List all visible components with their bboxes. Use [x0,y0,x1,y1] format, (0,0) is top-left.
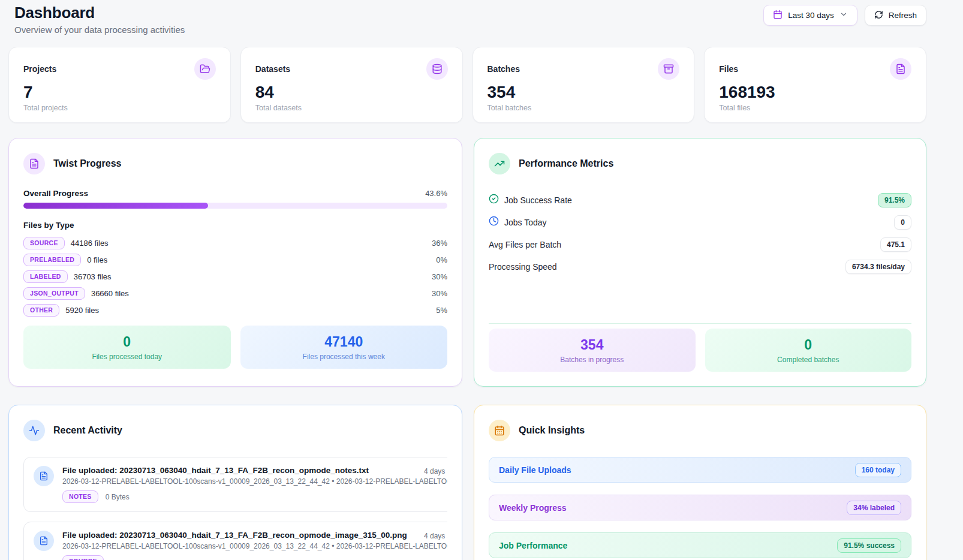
recent-activity-card: Recent Activity File uploaded: 20230713_… [8,405,462,560]
refresh-button[interactable]: Refresh [865,5,926,26]
file-type-row: LABELED 36703 files 30% [23,268,447,285]
type-badge: PRELABELED [23,254,81,266]
activity-title: File uploaded: 20230713_063040_hdait_7_1… [62,531,447,540]
insight-label: Job Performance [499,541,567,550]
stat-label: Projects [23,64,56,74]
type-badge: JSON_OUTPUT [23,287,85,300]
file-text-icon [23,153,45,174]
box-label: Files processed this week [303,353,385,361]
metric-value-badge: 0 [894,215,911,230]
card-title: Quick Insights [519,425,585,436]
overall-progress-label: Overall Progress [23,189,88,198]
insight-badge: 160 today [855,463,901,477]
activity-type-badge: NOTES [62,490,98,503]
metric-row: Jobs Today 0 [489,211,911,233]
page-heading: Dashboard Overview of your data processi… [14,4,185,35]
twist-progress-card: Twist Progress Overall Progress 43.6% Fi… [8,138,462,387]
type-badge: LABELED [23,270,68,283]
type-percent: 30% [432,289,447,298]
activity-subtitle: 2026-03-12-PRELABEL-LABELTOOL-100scans-v… [62,542,447,550]
card-title: Recent Activity [53,425,122,436]
calendar-icon [773,10,783,21]
box-label: Files processed today [92,353,162,361]
main-row-2: Recent Activity File uploaded: 20230713_… [8,405,926,560]
files-processed-today-box: 0 Files processed today [23,326,231,369]
activity-item[interactable]: File uploaded: 20230713_063040_hdait_7_1… [23,522,447,560]
files-by-type-label: Files by Type [23,221,447,230]
quick-insights-card: Quick Insights Daily File Uploads 160 to… [474,405,926,560]
stat-sublabel: Total files [719,104,911,112]
type-count: 0 files [87,255,107,264]
files-by-type-list: SOURCE 44186 files 36% PRELABELED 0 file… [23,234,447,318]
insight-list: Daily File Uploads 160 today Weekly Prog… [489,457,911,558]
file-type-row: OTHER 5920 files 5% [23,302,447,318]
progress-bar [23,203,447,209]
box-value: 0 [804,337,812,353]
file-type-row: PRELABELED 0 files 0% [23,251,447,268]
activity-list: File uploaded: 20230713_063040_hdait_7_1… [23,457,447,560]
metric-row: Job Success Rate 91.5% [489,189,911,211]
stat-card-files: Files 168193 Total files [704,47,926,123]
files-processed-week-box: 47140 Files processed this week [240,326,448,369]
file-type-row: JSON_OUTPUT 36660 files 30% [23,285,447,302]
page-title: Dashboard [14,4,185,22]
metric-value-badge: 91.5% [878,193,911,207]
refresh-icon [874,10,883,21]
activity-item[interactable]: File uploaded: 20230713_063040_hdait_7_1… [23,457,447,512]
refresh-label: Refresh [889,11,917,20]
activity-timestamp: 4 days ago [424,467,447,475]
stats-row: Projects 7 Total projects Datasets 84 To… [8,47,926,123]
file-type-row: SOURCE 44186 files 36% [23,234,447,251]
check-circle-icon [489,194,499,206]
page-subtitle: Overview of your data processing activit… [14,25,185,35]
activity-type-badge: SOURCE [62,555,104,560]
stat-sublabel: Total projects [23,104,216,112]
activity-timestamp: 4 days ago [424,532,447,540]
overall-progress-value: 43.6% [425,189,447,198]
activity-size: 0 Bytes [106,493,130,501]
card-title: Performance Metrics [519,158,613,169]
type-percent: 36% [432,239,447,248]
type-percent: 30% [432,272,447,281]
performance-metrics-card: Performance Metrics Job Success Rate 91.… [474,138,926,387]
stat-value: 7 [23,82,216,103]
stat-label: Datasets [255,64,290,74]
chevron-down-icon [839,10,848,20]
insight-label: Weekly Progress [499,503,567,513]
box-value: 354 [580,337,603,353]
file-icon [34,466,54,486]
type-badge: SOURCE [23,237,65,249]
stat-label: Batches [487,64,520,74]
main-row-1: Twist Progress Overall Progress 43.6% Fi… [8,138,926,387]
type-count: 5920 files [65,306,99,315]
date-range-label: Last 30 days [788,11,834,20]
insight-row-weekly-progress: Weekly Progress 34% labeled [489,495,911,520]
folder-open-icon [194,58,216,80]
dashboard-page: Dashboard Overview of your data processi… [0,0,926,560]
metric-row: Avg Files per Batch 475.1 [489,233,911,255]
box-label: Completed batches [777,356,839,364]
box-label: Batches in progress [560,356,624,364]
metric-value-badge: 6734.3 files/day [845,260,911,274]
activity-icon [23,420,45,441]
clock-icon [489,216,499,228]
stat-sublabel: Total datasets [255,104,448,112]
type-badge: OTHER [23,304,59,317]
batches-in-progress-box: 354 Batches in progress [489,329,696,372]
insight-badge: 91.5% success [837,538,901,553]
type-count: 44186 files [71,239,109,248]
top-bar: Dashboard Overview of your data processi… [8,4,926,35]
insight-label: Daily File Uploads [499,465,571,475]
completed-batches-box: 0 Completed batches [705,329,912,372]
trending-up-icon [489,153,510,174]
divider [489,323,911,324]
archive-icon [658,58,679,80]
box-value: 0 [123,334,131,350]
stat-card-projects: Projects 7 Total projects [8,47,231,123]
date-range-button[interactable]: Last 30 days [763,5,857,26]
type-percent: 0% [436,255,447,264]
database-icon [426,58,448,80]
type-percent: 5% [436,306,447,315]
progress-bar-fill [23,203,208,209]
metric-list: Job Success Rate 91.5% Jobs Today 0 Avg … [489,189,911,278]
